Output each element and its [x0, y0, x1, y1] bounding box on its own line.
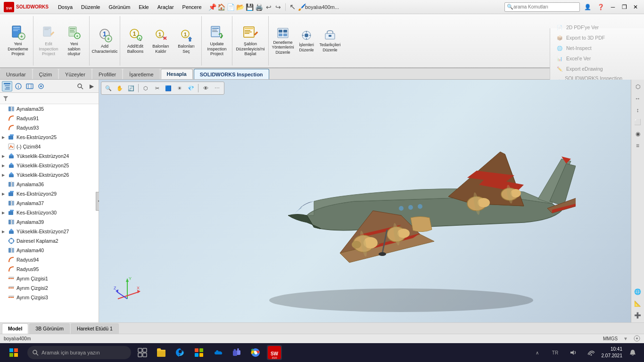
taskbar-search[interactable]: Aramak için buraya yazın [27, 346, 131, 359]
user-icon[interactable]: 👤 [582, 1, 593, 13]
new-icon[interactable]: 📄 [227, 3, 235, 11]
tree-item-ayrim-cizgisi3[interactable]: Ayrım Çizgisi3 [0, 293, 99, 302]
suppliers-button[interactable]: Tedarikçileri Düzenle [319, 21, 341, 61]
section-view-icon[interactable]: ✂ [152, 83, 162, 93]
tree-item-radyus91[interactable]: Radyus91 [0, 114, 99, 123]
view-5-btn[interactable]: ◉ [633, 129, 643, 139]
taskbar-hidden-icons[interactable]: ∧ [530, 345, 545, 360]
volume-icon[interactable] [566, 345, 581, 360]
undo-icon[interactable]: ↩ [264, 3, 273, 11]
view-7-btn[interactable]: 🌐 [633, 287, 643, 297]
search-input[interactable] [513, 4, 578, 9]
tree-item-ayrim-cizgisi2[interactable]: Ayrım Çizgisi2 [0, 283, 99, 293]
add-edit-balloons-button[interactable]: 1 + Add/Edit Balloons [123, 21, 148, 61]
microsoft-store-icon[interactable] [191, 345, 206, 360]
add-characteristic-button[interactable]: 1 + Add Characteristic [92, 21, 117, 61]
net-inspect-button[interactable]: 🌐 Net-Inspect [554, 43, 640, 53]
tree-item-aynalama35[interactable]: Aynalama35 [0, 104, 99, 114]
menu-ekle[interactable]: Ekle [135, 3, 152, 11]
more-icon[interactable]: ⋯ [212, 83, 222, 93]
tab-model[interactable]: Model [2, 323, 28, 334]
tree-item-cizim84[interactable]: (-) Çizim84 [0, 142, 99, 151]
redo-icon[interactable]: ↪ [274, 3, 282, 11]
start-button[interactable] [4, 343, 24, 362]
display-type-icon[interactable]: 🟦 [163, 83, 173, 93]
tab-3b-gorunum[interactable]: 3B Görünüm [29, 323, 70, 334]
menu-dosya[interactable]: Dosya [54, 3, 76, 11]
language-indicator[interactable]: TR [548, 345, 563, 360]
home-icon[interactable]: 🏠 [217, 3, 226, 11]
view-1-btn[interactable]: ⬡ [633, 82, 643, 92]
system-clock[interactable]: 10:41 2.07.2021 [602, 346, 623, 359]
tab-yuzeyler[interactable]: Yüzeyler [59, 69, 91, 79]
tree-item-yukseklik-ekstruzyon26[interactable]: ▶ Yükseklik-Ekstrüzyon26 [0, 170, 99, 180]
menu-pencere[interactable]: Pencere [179, 3, 206, 11]
viewport[interactable]: 🔍 ✋ 🔄 ⬡ ✂ 🟦 ☀ 💎 👁 ⋯ [99, 80, 644, 322]
file-manager-icon[interactable] [154, 345, 169, 360]
teams-icon[interactable] [229, 345, 244, 360]
tree-item-kes-ekstruzyon30[interactable]: ▶ Kes-Ekstrüzyon30 [0, 208, 99, 217]
rotate-icon[interactable]: 🔄 [126, 83, 136, 93]
tree-item-kes-ekstruzyon29[interactable]: ▶ Kes-Ekstrüzyon29 [0, 189, 99, 198]
template-editor-button[interactable]: Şablon Düzenleyicisi'ni Başlat [235, 21, 265, 61]
scene-icon[interactable]: ☀ [174, 83, 185, 93]
view-4-btn[interactable]: ⬜ [633, 117, 643, 127]
select-balloons-button[interactable]: 1 Balonları Seç [174, 21, 198, 61]
tree-item-aynalama40[interactable]: Aynalama40 [0, 246, 99, 255]
tab-cizim[interactable]: Çizim [33, 69, 58, 79]
tree-item-radyus95[interactable]: Radyus95 [0, 264, 99, 274]
close-button[interactable]: ✕ [631, 2, 640, 12]
tab-profiller[interactable]: Profiller [92, 69, 122, 79]
menu-araclar[interactable]: Araçlar [154, 3, 178, 11]
task-view-btn[interactable] [135, 345, 150, 360]
view-6-btn[interactable]: ≡ [633, 140, 643, 151]
tree-item-aynalama39[interactable]: Aynalama39 [0, 217, 99, 227]
notification-icon[interactable] [625, 345, 640, 360]
tree-item-dairesel-kaplama2[interactable]: Dairesel Kaplama2 [0, 236, 99, 246]
update-inspection-button[interactable]: Update Inspection Project [205, 21, 229, 61]
property-btn[interactable]: i [13, 81, 24, 91]
help-icon[interactable]: ❓ [595, 1, 606, 13]
menu-gorunum[interactable]: Görünüm [105, 3, 134, 11]
tab-isaretleme[interactable]: İşaretleme [123, 69, 159, 79]
new-template-button[interactable]: + Yeni sablon oluştur [62, 21, 86, 61]
remove-balloons-button[interactable]: 1 Balonları Kaldır [149, 21, 173, 61]
units-dropdown-icon[interactable]: ▼ [623, 336, 628, 341]
pan-icon[interactable]: ✋ [115, 83, 125, 93]
menu-duzenle[interactable]: Düzenle [77, 3, 104, 11]
view-2-btn[interactable]: ↔ [633, 93, 643, 104]
save-icon[interactable]: 💾 [246, 3, 254, 11]
pin-icon[interactable]: 📌 [208, 3, 216, 11]
tab-inspection[interactable]: SOLIDWORKS Inspection [194, 69, 269, 79]
view-9-btn[interactable]: ➕ [633, 310, 643, 321]
methods-button[interactable]: Denetleme Yöntemlerini Düzenle [272, 21, 294, 61]
tree-item-ayrim-cizgisi1[interactable]: Ayrım Çizgisi1 [0, 274, 99, 283]
tree-item-radyus94[interactable]: Radyus94 [0, 255, 99, 264]
edge-browser-icon[interactable] [173, 345, 188, 360]
tree-item-yukseklik-ekstruzyon27[interactable]: ▶ Yükseklik-Ekstrüzyon27 [0, 227, 99, 236]
feature-tree-btn[interactable] [2, 81, 12, 91]
view-orient-icon[interactable]: ⬡ [140, 83, 151, 93]
config-btn[interactable] [25, 81, 35, 91]
tab-hesapla[interactable]: Hesapla [161, 69, 193, 79]
tree-item-aynalama37[interactable]: Aynalama37 [0, 198, 99, 208]
view-3-btn[interactable]: ↕ [633, 105, 643, 115]
edit-inspection-button[interactable]: Edit Inspection Project [36, 21, 61, 61]
tree-item-aynalama36[interactable]: Aynalama36 [0, 180, 99, 189]
open-icon[interactable]: 📂 [236, 3, 245, 11]
export-excel-button[interactable]: 📊 Excel'e Ver [554, 54, 640, 63]
zoom-fit-icon[interactable]: 🔍 [103, 83, 114, 93]
tab-unsurlar[interactable]: Unsurlar [0, 69, 32, 79]
realview-icon[interactable]: 💎 [186, 83, 196, 93]
tree-item-yukseklik-ekstruzyon25[interactable]: ▶ Yükseklik-Ekstrüzyon25 [0, 161, 99, 170]
select-cursor-icon[interactable]: ↖ [289, 3, 297, 11]
tree-item-yukseklik-ekstruzyon24[interactable]: ▶ Yükseklik-Ekstrüzyon24 [0, 151, 99, 161]
operations-button[interactable]: İşlemleri Düzenle [295, 21, 318, 61]
minimize-button[interactable]: ─ [608, 2, 618, 12]
export-3dpdf-button[interactable]: 📦 Export to 3D PDF [554, 33, 640, 42]
solidworks-taskbar-icon[interactable]: SW 2020 [267, 345, 282, 360]
hide-show-icon[interactable]: 👁 [200, 83, 211, 93]
tree-item-radyus93[interactable]: Radyus93 [0, 123, 99, 132]
print-icon[interactable]: 🖨️ [255, 3, 264, 11]
restore-button[interactable]: ❐ [619, 2, 629, 12]
